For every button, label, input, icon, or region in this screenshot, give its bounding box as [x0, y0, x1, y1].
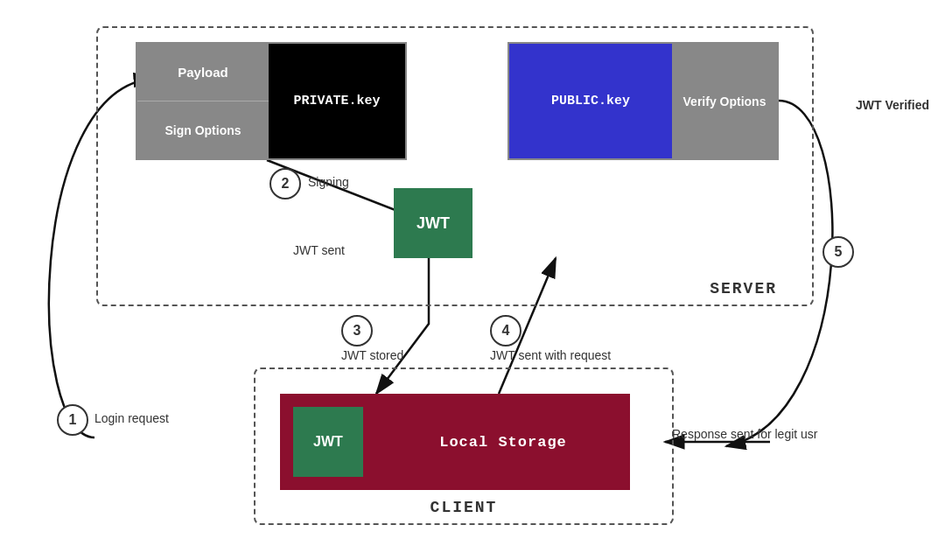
step-5-circle: 5 — [822, 236, 854, 268]
step-4-label: JWT sent with request — [490, 348, 611, 362]
diagram-container: SERVER CLIENT Payload Sign Options PRIVA… — [0, 0, 945, 560]
sign-left: Payload Sign Options — [137, 44, 269, 158]
step-2-circle: 2 — [270, 168, 301, 200]
sign-box: Payload Sign Options PRIVATE.key — [136, 42, 407, 160]
response-sent-label: Response sent for legit usr — [672, 427, 818, 441]
step-1-label: Login request — [94, 411, 169, 425]
step-2-label: Signing — [308, 175, 349, 189]
step-3-label: JWT stored — [341, 348, 403, 362]
verify-box: PUBLIC.key Verify Options — [508, 42, 779, 160]
jwt-sent-label: JWT sent — [293, 243, 345, 257]
jwt-client-box: JWT — [293, 407, 363, 477]
step-3-circle: 3 — [341, 315, 373, 346]
local-storage-label: Local Storage — [376, 434, 630, 451]
payload-cell: Payload — [137, 44, 269, 102]
private-key-cell: PRIVATE.key — [269, 44, 405, 158]
step-1-circle: 1 — [57, 404, 88, 436]
jwt-verified-label: JWT Verified — [856, 98, 929, 112]
sign-options-cell: Sign Options — [137, 102, 269, 158]
step-4-circle: 4 — [490, 315, 522, 346]
server-label: SERVER — [710, 280, 777, 298]
verify-options-cell: Verify Options — [672, 44, 777, 158]
client-label: CLIENT — [430, 499, 498, 516]
local-storage-box: JWT Local Storage — [280, 394, 630, 490]
public-key-cell: PUBLIC.key — [509, 44, 672, 158]
jwt-server-box: JWT — [394, 188, 472, 258]
